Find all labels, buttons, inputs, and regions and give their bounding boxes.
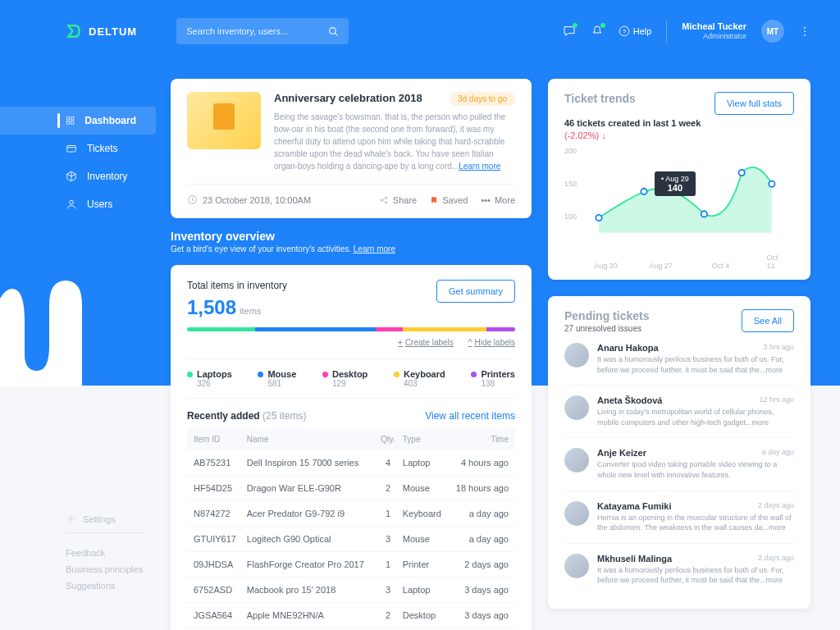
svg-point-11 (70, 518, 72, 520)
pending-title: Pending tickets (564, 309, 649, 322)
saved-button[interactable]: Saved (430, 195, 468, 205)
brand-logo[interactable]: DELTUM (66, 23, 137, 39)
svg-point-19 (701, 211, 707, 217)
svg-text:?: ? (623, 28, 626, 35)
anniversary-card: Anniversary celebration 2018 3d days to … (171, 79, 532, 218)
nav-icon (66, 171, 77, 182)
clock-icon (187, 194, 198, 205)
ticket-avatar (564, 554, 589, 578)
svg-point-14 (386, 197, 387, 199)
category-item: Mouse581 (258, 369, 296, 388)
search-icon (328, 26, 339, 37)
nav-dashboard[interactable]: Dashboard (0, 107, 156, 135)
footer-link[interactable]: Business principles (66, 561, 143, 578)
inventory-heading: Total items in inventory (187, 280, 287, 291)
svg-point-16 (596, 215, 601, 221)
nav-tickets[interactable]: Tickets (0, 135, 156, 162)
anniversary-text: Being the savage's bowsman, that is, the… (274, 111, 515, 172)
table-row[interactable]: HF54D25Dragon War ELE-G90R2Mouse18 hours… (187, 476, 515, 501)
pending-card: Pending tickets 27 unresolved issues See… (548, 296, 810, 609)
anniversary-illustration (187, 92, 261, 149)
share-button[interactable]: Share (379, 195, 417, 205)
category-item: Laptops326 (187, 369, 232, 388)
recent-heading: Recently added (187, 410, 260, 422)
ticket-item[interactable]: Katayama Fumiki2 days agoHernia is an op… (564, 491, 794, 544)
nav-users[interactable]: Users (0, 190, 156, 218)
hide-labels-link[interactable]: ^ Hide labels (468, 338, 515, 347)
chart-tooltip: • Aug 29140 (655, 171, 696, 196)
svg-point-13 (381, 199, 382, 201)
svg-point-21 (769, 181, 774, 187)
trends-card: Ticket trends View full stats 46 tickets… (548, 79, 810, 280)
category-bar (187, 327, 515, 331)
table-row[interactable]: GTUIY617Logitech G90 Optical3Mousea day … (187, 527, 515, 552)
sidebar: DashboardTicketsInventoryUsers (0, 107, 156, 218)
overview-heading: Inventory overview Get a bird's eye view… (171, 230, 532, 253)
anniversary-date: 23 October 2018, 10:00AM (203, 195, 311, 205)
sidebar-footer: Settings FeedbackBusiness principlesSugg… (66, 510, 143, 597)
footer-link[interactable]: Suggestions (66, 578, 143, 594)
svg-rect-6 (66, 121, 69, 124)
svg-point-15 (386, 202, 387, 203)
table-row[interactable]: 09JHDSAFlashForge Creator Pro 20171Print… (187, 552, 515, 578)
category-item: Printers138 (471, 369, 515, 388)
view-all-recent-link[interactable]: View all recent items (425, 410, 515, 422)
trends-subtitle: 46 tickets created in last 1 week (564, 118, 794, 128)
category-item: Desktop129 (322, 369, 368, 388)
svg-rect-5 (71, 117, 74, 120)
table-row[interactable]: N874272Acer Predator G9-792 i91Keyboarda… (187, 501, 515, 527)
anniversary-title: Anniversary celebration 2018 (274, 92, 422, 104)
user-name: Micheal Tucker (682, 21, 746, 32)
bookmark-icon (430, 195, 438, 205)
see-all-button[interactable]: See All (742, 309, 794, 332)
svg-point-0 (330, 27, 336, 34)
svg-point-10 (70, 200, 74, 204)
search-box[interactable] (176, 18, 349, 44)
search-input[interactable] (186, 26, 328, 36)
ticket-avatar (564, 395, 589, 420)
days-badge: 3d days to go (450, 92, 515, 106)
ticket-avatar (564, 343, 589, 368)
trends-chart: 200 150 100 • Aug 29140 Aug 20 Aug 27 Oc… (564, 147, 794, 270)
inventory-count: 1,508items (187, 296, 287, 319)
learn-more-link[interactable]: Learn more (459, 162, 500, 171)
ticket-item[interactable]: Anaru Hakopa3 hrs agoIt was a humorously… (564, 333, 794, 386)
ticket-item[interactable]: Aneta Škodová12 hrs agoLiving in today's… (564, 386, 794, 438)
notifications-icon[interactable] (591, 25, 604, 38)
svg-line-1 (335, 33, 337, 35)
gear-icon (66, 514, 76, 524)
svg-rect-7 (71, 121, 74, 124)
help-link[interactable]: ?Help (619, 25, 652, 37)
user-block[interactable]: Micheal Tucker Administrator (682, 21, 746, 41)
table-row[interactable]: AB75231Dell Inspiron 15 7000 series4Lapt… (187, 450, 515, 476)
create-labels-link[interactable]: + Create labels (398, 338, 454, 347)
footer-link[interactable]: Feedback (66, 545, 143, 561)
dots-icon: ••• (481, 195, 491, 205)
nav-icon (66, 143, 77, 154)
category-item: Keyboard403 (394, 369, 445, 388)
table-row[interactable]: 6752ASDMacbook pro 15' 20183Laptop3 days… (187, 578, 515, 603)
trends-percent: (-2.02%) ↓ (564, 130, 794, 140)
view-stats-button[interactable]: View full stats (714, 92, 794, 115)
share-icon (379, 195, 389, 205)
nav-icon (66, 115, 75, 126)
brand-text: DELTUM (89, 25, 137, 38)
inventory-card: Total items in inventory 1,508items Get … (171, 265, 532, 630)
avatar[interactable]: MT (761, 20, 784, 43)
svg-rect-8 (67, 146, 76, 153)
pending-subtitle: 27 unresolved issues (564, 324, 649, 333)
user-menu-icon[interactable]: ⋮ (799, 25, 810, 38)
messages-icon[interactable] (563, 25, 576, 38)
nav-inventory[interactable]: Inventory (0, 162, 156, 190)
ticket-avatar (564, 501, 589, 526)
svg-point-20 (739, 170, 745, 176)
svg-point-17 (641, 189, 646, 194)
ticket-item[interactable]: Anje Keizera day agoConverter Ipod video… (564, 438, 794, 491)
settings-link[interactable]: Settings (66, 510, 143, 533)
more-button[interactable]: •••More (481, 195, 515, 205)
overview-learn-more[interactable]: Learn more (354, 244, 395, 253)
table-row[interactable]: JGSA564Apple MNE92HN/A2Desktop3 days ago (187, 603, 515, 628)
user-role: Administrator (682, 32, 746, 41)
ticket-item[interactable]: Mkhuseli Malinga2 days agoIt was a humor… (564, 544, 794, 596)
get-summary-button[interactable]: Get summary (436, 280, 515, 303)
